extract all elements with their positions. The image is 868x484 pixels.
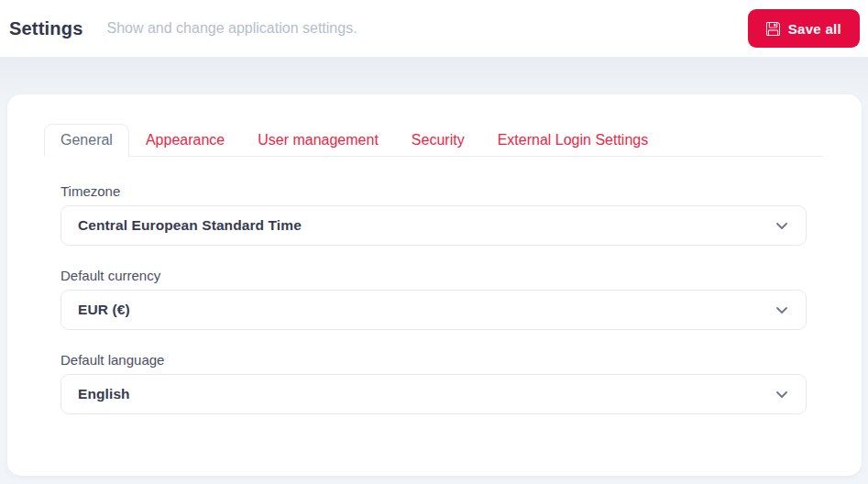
page-body: General Appearance User management Secur… bbox=[0, 57, 868, 484]
tab-user-management[interactable]: User management bbox=[241, 124, 395, 157]
chevron-down-icon bbox=[775, 218, 789, 233]
page-subtitle: Show and change application settings. bbox=[107, 20, 357, 37]
default-language-label: Default language bbox=[60, 352, 807, 368]
tab-security[interactable]: Security bbox=[395, 124, 481, 157]
timezone-selected-value: Central European Standard Time bbox=[78, 217, 302, 234]
chevron-down-icon bbox=[775, 387, 789, 402]
default-currency-select[interactable]: EUR (€) bbox=[60, 290, 807, 330]
tab-appearance[interactable]: Appearance bbox=[129, 124, 241, 157]
settings-tabs: General Appearance User management Secur… bbox=[44, 124, 823, 157]
save-all-button[interactable]: Save all bbox=[748, 9, 860, 48]
save-icon bbox=[766, 22, 780, 36]
timezone-field-group: Timezone Central European Standard Time bbox=[60, 183, 807, 246]
save-button-label: Save all bbox=[788, 21, 841, 37]
default-language-select[interactable]: English bbox=[60, 374, 807, 414]
default-currency-field-group: Default currency EUR (€) bbox=[60, 268, 807, 330]
default-currency-label: Default currency bbox=[60, 268, 807, 283]
timezone-label: Timezone bbox=[60, 183, 807, 199]
default-language-field-group: Default language English bbox=[60, 352, 807, 414]
tab-general[interactable]: General bbox=[44, 124, 129, 157]
timezone-select[interactable]: Central European Standard Time bbox=[60, 205, 807, 246]
tab-external-login-settings[interactable]: External Login Settings bbox=[481, 124, 665, 157]
default-currency-selected-value: EUR (€) bbox=[78, 302, 130, 318]
top-bar: Settings Show and change application set… bbox=[0, 0, 868, 57]
chevron-down-icon bbox=[775, 302, 789, 317]
page-title: Settings bbox=[9, 18, 83, 39]
default-language-selected-value: English bbox=[78, 386, 130, 402]
tab-panel-general: Timezone Central European Standard Time … bbox=[44, 157, 823, 414]
settings-card: General Appearance User management Secur… bbox=[7, 94, 862, 476]
